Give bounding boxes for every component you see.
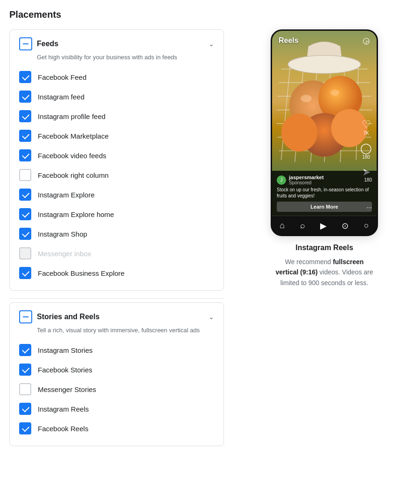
placement-item-messenger-inbox: Messenger inbox [19,244,214,263]
preview-bold-text: fullscreen vertical (9:16) [275,258,364,276]
svg-point-20 [288,56,361,74]
reel-label: Reels [279,36,299,45]
placement-item-facebook-reels: Facebook Reels [19,419,214,438]
stories-collapse-button[interactable] [19,310,32,323]
phone-nav-bar: ⌂ ⌕ ▶ ⊙ ○ [272,216,377,235]
placement-item-facebook-business-explore: Facebook Business Explore [19,263,214,283]
label-facebook-feed: Facebook Feed [38,73,86,81]
shop-nav-icon[interactable]: ⊙ [342,221,349,231]
checkbox-instagram-explore-home[interactable] [19,208,31,220]
label-facebook-right-column: Facebook right column [38,171,109,179]
page-container: Placements Feeds ⌄ Get high visibility f… [9,9,411,454]
label-messenger-inbox: Messenger inbox [38,250,91,258]
phone-screen: Reels ◶ ♡ 7K ◯ 180 [272,31,377,216]
placement-item-instagram-feed: Instagram feed [19,87,214,106]
label-facebook-marketplace: Facebook Marketplace [38,132,109,140]
checkbox-facebook-reels[interactable] [19,422,31,434]
more-options-icon[interactable]: ··· [366,203,372,211]
left-panel: Feeds ⌄ Get high visibility for your bus… [9,29,224,454]
checkbox-instagram-profile-feed[interactable] [19,110,31,122]
label-facebook-business-explore: Facebook Business Explore [38,269,125,277]
profile-nav-icon[interactable]: ○ [364,221,369,231]
feeds-items-list: Facebook FeedInstagram feedInstagram pro… [19,67,214,283]
label-facebook-video-feeds: Facebook video feeds [38,152,106,160]
svg-point-19 [330,90,339,96]
feeds-section-description: Get high visibility for your business wi… [37,53,214,62]
phone-mockup: Reels ◶ ♡ 7K ◯ 180 [271,29,378,236]
checkbox-facebook-stories[interactable] [19,364,31,376]
feeds-collapse-button[interactable] [19,37,32,50]
camera-icon[interactable]: ◶ [363,35,370,46]
placement-item-facebook-marketplace: Facebook Marketplace [19,126,214,146]
account-avatar: J [277,175,286,185]
comment-icon: ◯ [360,142,372,154]
feeds-section-title: Feeds [37,40,58,48]
checkbox-instagram-feed[interactable] [19,91,31,103]
checkbox-facebook-right-column[interactable] [19,169,31,181]
placement-item-instagram-explore-home: Instagram Explore home [19,204,214,224]
checkbox-messenger-inbox[interactable] [19,247,31,259]
reel-account-row: J jaspersmarket Sponsored 180 [277,175,372,185]
account-info: jaspersmarket Sponsored [289,175,324,185]
label-instagram-stories: Instagram Stories [38,346,93,354]
checkbox-instagram-shop[interactable] [19,228,31,240]
placement-item-instagram-shop: Instagram Shop [19,224,214,244]
placement-item-instagram-profile-feed: Instagram profile feed [19,106,214,126]
checkbox-facebook-business-explore[interactable] [19,267,31,279]
placement-item-instagram-reels: Instagram Reels [19,399,214,419]
main-layout: Feeds ⌄ Get high visibility for your bus… [9,29,411,454]
preview-description: We recommend fullscreen vertical (9:16) … [273,257,376,288]
heart-icon: ♡ [362,119,371,131]
feeds-header-left: Feeds [19,37,58,50]
account-sponsored: Sponsored [289,180,324,185]
placement-item-instagram-explore: Instagram Explore [19,185,214,204]
learn-more-button[interactable]: Learn More [277,202,372,212]
placement-item-facebook-right-column: Facebook right column [19,165,214,185]
like-action[interactable]: ♡ 7K [362,119,371,136]
stories-section-description: Tell a rich, visual story with immersive… [37,326,214,335]
stories-section: Stories and Reels ⌄ Tell a rich, visual … [9,302,224,446]
placement-item-facebook-stories: Facebook Stories [19,360,214,379]
checkbox-instagram-explore[interactable] [19,189,31,201]
reel-top-bar: Reels ◶ [272,31,377,49]
checkbox-facebook-marketplace[interactable] [19,130,31,142]
svg-point-18 [301,95,311,102]
comment-count-display: 180 [364,177,372,182]
home-nav-icon[interactable]: ⌂ [280,221,285,231]
reels-nav-icon[interactable]: ▶ [320,221,327,231]
label-instagram-reels: Instagram Reels [38,405,89,413]
reel-right-actions: ♡ 7K ◯ 180 ➤ [360,119,372,178]
stories-section-header: Stories and Reels ⌄ [19,310,214,323]
label-instagram-profile-feed: Instagram profile feed [38,112,105,120]
label-instagram-shop: Instagram Shop [38,230,87,238]
reel-account-left: J jaspersmarket Sponsored [277,175,324,185]
label-messenger-stories: Messenger Stories [38,385,96,393]
stories-section-title: Stories and Reels [37,313,99,321]
account-name: jaspersmarket [289,175,324,180]
section-divider [9,298,224,299]
stories-chevron-icon[interactable]: ⌄ [209,313,214,321]
feeds-section: Feeds ⌄ Get high visibility for your bus… [9,29,224,291]
label-instagram-feed: Instagram feed [38,93,84,101]
checkbox-instagram-reels[interactable] [19,403,31,415]
label-instagram-explore: Instagram Explore [38,191,95,199]
comment-count: 180 [362,154,370,160]
feeds-chevron-icon[interactable]: ⌄ [209,40,214,48]
label-facebook-stories: Facebook Stories [38,366,92,374]
checkbox-facebook-video-feeds[interactable] [19,149,31,161]
comment-action[interactable]: ◯ 180 [360,142,372,160]
svg-point-16 [281,113,317,152]
like-count: 7K [363,131,369,136]
right-panel: Reels ◶ ♡ 7K ◯ 180 [238,29,411,288]
label-facebook-reels: Facebook Reels [38,425,88,433]
label-instagram-explore-home: Instagram Explore home [38,210,114,218]
placement-item-facebook-feed: Facebook Feed [19,67,214,87]
page-title: Placements [9,9,411,20]
checkbox-facebook-feed[interactable] [19,71,31,83]
placement-item-messenger-stories: Messenger Stories [19,379,214,399]
reel-description: Stock on up our fresh, in-season selecti… [277,187,372,199]
checkbox-messenger-stories[interactable] [19,383,31,395]
search-nav-icon[interactable]: ⌕ [300,221,305,231]
checkbox-instagram-stories[interactable] [19,344,31,356]
stories-header-left: Stories and Reels [19,310,99,323]
